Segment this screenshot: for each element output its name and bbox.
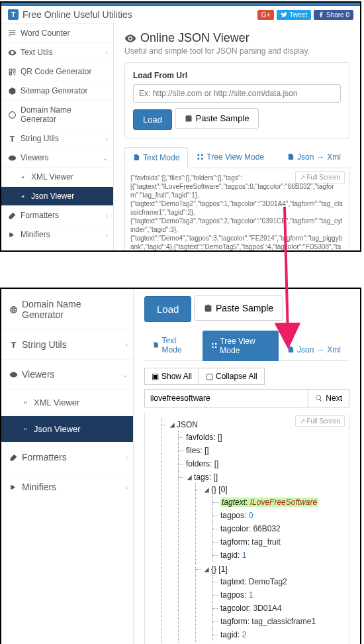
sidebar-item-formatters[interactable]: Formatters‹ xyxy=(1,205,113,225)
load-url-label: Load From Url xyxy=(133,71,341,80)
tree-node[interactable]: tagcolor: xyxy=(220,524,251,533)
sidebar-item-xml-viewer[interactable]: XML Viewer xyxy=(1,167,113,186)
tree-node[interactable]: tags: [] xyxy=(194,472,218,482)
expand-icon: ▣ xyxy=(152,372,159,381)
tree-node-highlighted[interactable]: tagtext: ILoveFreeSoftware xyxy=(220,498,318,507)
file-icon xyxy=(287,346,295,353)
sidebar: Domain Name Generator String Utils‹ View… xyxy=(1,289,134,644)
chevron-down-icon: ⌄ xyxy=(103,154,108,162)
chevron-left-icon: ‹ xyxy=(126,341,128,349)
sidebar-item-text-utils[interactable]: Text Utils‹ xyxy=(1,42,113,62)
tree-toggle[interactable]: ◢ xyxy=(203,484,210,496)
chevron-left-icon: ‹ xyxy=(106,135,108,142)
chevron-left-icon: ‹ xyxy=(126,454,128,461)
sidebar-item-qr[interactable]: QR Code Generator xyxy=(1,62,113,81)
tree-node[interactable]: tagpos: xyxy=(220,511,246,520)
tree-toggle[interactable]: ◢ xyxy=(186,471,193,483)
sidebar-item-sitemap[interactable]: Sitemap Generator xyxy=(1,81,113,100)
arrow-right-icon: → xyxy=(316,345,324,354)
file-icon xyxy=(133,154,140,161)
collapse-icon: ▢ xyxy=(206,372,213,381)
paste-icon xyxy=(185,115,193,123)
chevron-left-icon: ‹ xyxy=(106,231,108,239)
gplus-button[interactable]: G+ xyxy=(257,10,275,20)
tree-node[interactable]: files: [] xyxy=(186,446,209,455)
tab-tree-view[interactable]: Tree View Mode xyxy=(203,331,279,361)
brand-title: Free Online Useful Utilities xyxy=(23,9,132,20)
tree-icon xyxy=(211,342,218,349)
chevron-down-icon: ⌄ xyxy=(122,371,128,378)
sidebar-item-domain[interactable]: Domain Name Generator xyxy=(1,289,133,329)
chevron-left-icon: ‹ xyxy=(106,49,108,56)
sidebar-item-word-counter[interactable]: Word Counter xyxy=(1,23,113,42)
tree-node[interactable]: folders: [] xyxy=(186,459,218,468)
load-button[interactable]: Load xyxy=(133,109,172,130)
file-icon xyxy=(287,153,295,160)
brand: T Free Online Useful Utilities xyxy=(8,9,132,20)
sidebar-item-string-utils[interactable]: String Utils‹ xyxy=(1,329,133,359)
chevron-left-icon: ‹ xyxy=(106,212,108,219)
tab-text-mode[interactable]: Text Mode xyxy=(144,330,203,360)
search-input[interactable] xyxy=(144,389,308,407)
sidebar-item-json-viewer[interactable]: Json Viewer xyxy=(1,415,133,442)
tab-text-mode[interactable]: Text Mode xyxy=(124,147,188,168)
tree-node[interactable]: tagform: xyxy=(220,617,250,626)
show-all-button[interactable]: ▣Show All xyxy=(144,368,199,385)
chevron-left-icon: ‹ xyxy=(126,484,128,491)
tree-node[interactable]: tagid: xyxy=(220,551,240,560)
sidebar-item-domain[interactable]: Domain Name Generator xyxy=(1,100,113,129)
tab-json-xml[interactable]: Json → Xml xyxy=(279,146,349,168)
tree-node[interactable]: {} [0] xyxy=(211,485,228,494)
tree-node[interactable]: tagid: xyxy=(220,630,240,639)
page-title: Online JSON Viewer xyxy=(124,31,349,45)
tree-node[interactable]: tagform: xyxy=(220,537,250,547)
sidebar-item-minifiers[interactable]: Minifiers‹ xyxy=(1,472,133,502)
tree-icon xyxy=(197,153,204,160)
load-button[interactable]: Load xyxy=(144,296,191,322)
tree-toggle[interactable]: ◢ xyxy=(203,563,210,575)
sidebar-item-minifiers[interactable]: Minifiers‹ xyxy=(1,225,113,244)
sidebar-item-viewers[interactable]: Viewers⌄ xyxy=(1,148,113,167)
url-input[interactable] xyxy=(133,84,341,103)
eye-icon xyxy=(124,32,136,44)
tree-toggle[interactable]: ◢ xyxy=(169,419,175,431)
paste-sample-button[interactable]: Paste Sample xyxy=(175,108,259,129)
tab-tree-view[interactable]: Tree View Mode xyxy=(188,146,273,168)
sidebar: Word Counter Text Utils‹ QR Code Generat… xyxy=(1,23,114,252)
tree-node[interactable]: tagtext: xyxy=(220,577,246,586)
page-subtitle: Useful and simple tool for JSON parsing … xyxy=(124,46,349,56)
search-next-button[interactable]: Next xyxy=(308,389,349,407)
sidebar-item-string-utils[interactable]: String Utils‹ xyxy=(1,129,113,148)
paste-sample-button[interactable]: Paste Sample xyxy=(194,295,283,321)
paste-icon xyxy=(204,304,212,313)
brand-logo-icon: T xyxy=(8,9,19,20)
json-tree: ↗ Full Screen ◢JSON favfolds: [] files: … xyxy=(144,413,349,645)
file-icon xyxy=(153,341,159,349)
search-icon xyxy=(315,394,323,402)
tree-node[interactable]: favfolds: [] xyxy=(186,433,222,442)
tree-node[interactable]: tagpos: xyxy=(220,590,246,600)
tree-node[interactable]: tagcolor: xyxy=(220,604,251,613)
fullscreen-button[interactable]: ↗ Full Screen xyxy=(295,171,345,184)
arrow-right-icon: → xyxy=(316,152,324,162)
tree-node[interactable]: JSON xyxy=(177,420,198,429)
collapse-all-button[interactable]: ▢Collapse All xyxy=(199,368,265,385)
json-raw-text[interactable]: ↗ Full Screen {"favfolds":[],"files":[],… xyxy=(124,168,349,252)
fb-share-button[interactable]: Share 0 xyxy=(314,10,353,20)
sidebar-item-xml-viewer[interactable]: XML Viewer xyxy=(1,389,133,415)
tree-node[interactable]: {} [1] xyxy=(211,564,228,574)
tab-json-xml[interactable]: Json → Xml xyxy=(279,339,349,360)
sidebar-item-json-viewer[interactable]: Json Viewer xyxy=(1,186,113,205)
sidebar-item-viewers[interactable]: Viewers⌄ xyxy=(1,359,133,389)
tweet-button[interactable]: Tweet xyxy=(277,10,311,20)
sidebar-item-formatters[interactable]: Formatters‹ xyxy=(1,442,133,472)
